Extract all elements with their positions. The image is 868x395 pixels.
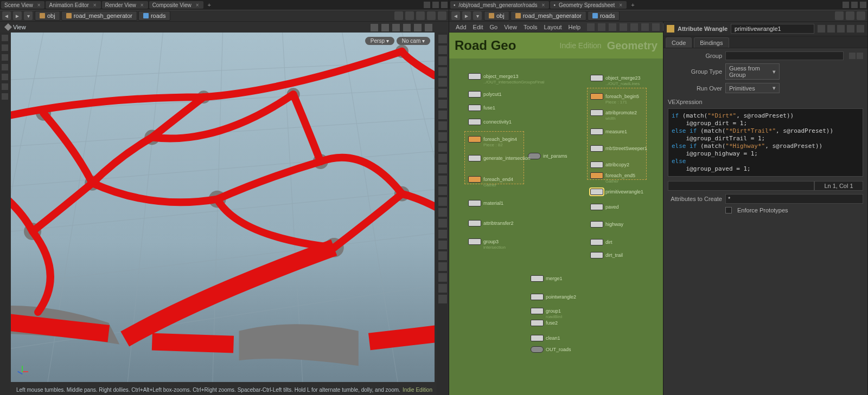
info-icon[interactable] — [847, 25, 854, 33]
node-generate_intersection[interactable]: generate_intersection — [468, 155, 531, 161]
shelf-icon[interactable] — [438, 295, 447, 303]
snap-icon[interactable] — [2, 44, 8, 51]
list-icon[interactable] — [598, 23, 605, 31]
grid-icon[interactable] — [438, 11, 446, 20]
select-icon[interactable] — [371, 24, 378, 31]
shelf-icon[interactable] — [438, 273, 447, 282]
grid-snap-icon[interactable] — [2, 64, 8, 70]
shelf-icon[interactable] — [438, 230, 447, 238]
persp-dropdown[interactable]: Persp ▾ — [365, 37, 394, 45]
network-canvas[interactable]: Road Geo Indie Edition Geometry int_para… — [449, 33, 663, 395]
lock-icon[interactable] — [857, 11, 865, 20]
minimize-icon[interactable] — [843, 2, 849, 8]
node-mbStreetSweeper1[interactable]: mbStreetSweeper1 — [590, 145, 647, 152]
nav-fwd-button[interactable]: ► — [462, 11, 471, 20]
tab-scene-view[interactable]: Scene View — [1, 1, 44, 9]
node-foreach_begin5[interactable]: foreach_begin5Piece : 171 — [590, 93, 639, 100]
menu-go[interactable]: Go — [490, 24, 498, 30]
link-icon[interactable] — [405, 11, 414, 20]
shelf-icon[interactable] — [438, 197, 447, 206]
group-type-dropdown[interactable]: Guess from Group — [725, 63, 780, 80]
menu-view[interactable]: View — [504, 24, 517, 30]
node-material1[interactable]: material1 — [468, 200, 503, 206]
shelf-icon[interactable] — [438, 241, 447, 249]
maximize-icon[interactable] — [851, 2, 858, 8]
node-pointwrangle2[interactable]: pointwrangle2 — [531, 294, 576, 300]
shelf-icon[interactable] — [438, 165, 447, 173]
node-foreach_begin4[interactable]: foreach_begin4Piece : 82 — [468, 136, 517, 143]
shelf-icon[interactable] — [438, 46, 447, 54]
shelf-icon[interactable] — [438, 176, 447, 184]
breadcrumb[interactable]: obj road_mesh_generator roads — [484, 11, 620, 21]
shelf-icon[interactable] — [438, 35, 447, 43]
node-group3[interactable]: group3intersection — [468, 238, 499, 245]
attrs-create-field[interactable]: * — [725, 194, 863, 204]
shelf-icon[interactable] — [438, 89, 447, 98]
tab-animation-editor[interactable]: Animation Editor — [46, 1, 100, 9]
color2-icon[interactable] — [652, 23, 660, 31]
run-over-dropdown[interactable]: Primitives — [725, 83, 780, 93]
scale-icon[interactable] — [403, 24, 411, 31]
node-measure1[interactable]: measure1 — [590, 128, 627, 135]
point-icon[interactable] — [2, 74, 8, 80]
shelf-icon[interactable] — [438, 67, 447, 76]
node-paved[interactable]: paved — [590, 204, 619, 210]
vex-editor[interactable]: if (match("*Dirt*", s@roadPreset)) i@gro… — [668, 108, 863, 177]
menu-tools[interactable]: Tools — [524, 24, 538, 30]
pin-icon[interactable] — [4, 23, 12, 31]
nav-menu-button[interactable]: ▾ — [24, 11, 33, 20]
menu-layout[interactable]: Layout — [544, 24, 562, 30]
nav-back-button[interactable]: ◄ — [451, 11, 460, 20]
search-icon[interactable] — [837, 25, 845, 33]
shelf-icon[interactable] — [438, 251, 447, 260]
wrench-icon[interactable] — [587, 23, 595, 31]
node-attribpromote2[interactable]: attribpromote2width — [590, 109, 637, 116]
node-group1[interactable]: group1roadBird — [531, 308, 561, 314]
camera-icon[interactable] — [427, 11, 436, 20]
nocam-dropdown[interactable]: No cam ▾ — [397, 37, 430, 45]
lock-icon[interactable] — [416, 11, 425, 20]
view2-icon[interactable] — [630, 23, 638, 31]
node-connectivity1[interactable]: connectivity1 — [468, 119, 512, 125]
tab-bindings[interactable]: Bindings — [694, 37, 729, 48]
node-object_merge13[interactable]: object_merge13../OUT_intersectionGroupsF… — [468, 73, 519, 80]
link-icon[interactable] — [846, 11, 854, 20]
breadcrumb[interactable]: obj road_mesh_generator roads — [35, 11, 170, 21]
node-object_merge23[interactable]: object_merge23../OUT_roadLines — [590, 75, 641, 81]
node-foreach_end4[interactable]: foreach_end4Gather — [468, 176, 513, 183]
shelf-icon[interactable] — [438, 56, 447, 65]
tab-render-view[interactable]: Render View — [102, 1, 148, 9]
more-icon[interactable] — [425, 24, 432, 31]
nav-menu-button[interactable]: ▾ — [473, 11, 482, 20]
node-polycut1[interactable]: polycut1 — [468, 91, 502, 98]
shelf-icon[interactable] — [438, 262, 447, 271]
shelf-icon[interactable] — [438, 143, 447, 152]
dropdown-icon[interactable] — [849, 53, 856, 59]
node-int-params[interactable]: int_params — [528, 153, 567, 159]
shelf-icon[interactable] — [438, 111, 447, 119]
select-arrow-icon[interactable] — [857, 53, 863, 59]
help-icon[interactable] — [857, 25, 864, 33]
gear-icon[interactable] — [818, 25, 825, 33]
node-attribcopy2[interactable]: attribcopy2 — [590, 161, 629, 168]
node-fuse1[interactable]: fuse1 — [468, 105, 495, 111]
pin-icon[interactable] — [394, 11, 403, 20]
node-dirt_trail[interactable]: dirt_trail — [590, 252, 623, 258]
tab-composite-view[interactable]: Composite View — [149, 1, 203, 9]
node-foreach_end5[interactable]: foreach_end5Gather — [590, 172, 635, 179]
shelf-icon[interactable] — [438, 284, 447, 293]
pin-icon[interactable] — [835, 11, 844, 20]
node-OUT_roads[interactable]: OUT_roads — [531, 346, 571, 353]
nav-fwd-button[interactable]: ► — [13, 11, 22, 20]
minimize-icon[interactable] — [424, 2, 430, 8]
view1-icon[interactable] — [620, 23, 627, 31]
tab-spreadsheet[interactable]: Geometry Spreadsheet — [550, 1, 627, 9]
shelf-icon[interactable] — [438, 78, 447, 87]
tab-code[interactable]: Code — [666, 37, 692, 48]
node-primitivewrangle1[interactable]: primitivewrangle1 — [590, 189, 643, 195]
color1-icon[interactable] — [641, 23, 649, 31]
node-clean1[interactable]: clean1 — [531, 335, 560, 341]
prim-icon[interactable] — [2, 93, 8, 100]
close-icon[interactable] — [441, 2, 448, 8]
node-highway[interactable]: highway — [590, 221, 623, 228]
